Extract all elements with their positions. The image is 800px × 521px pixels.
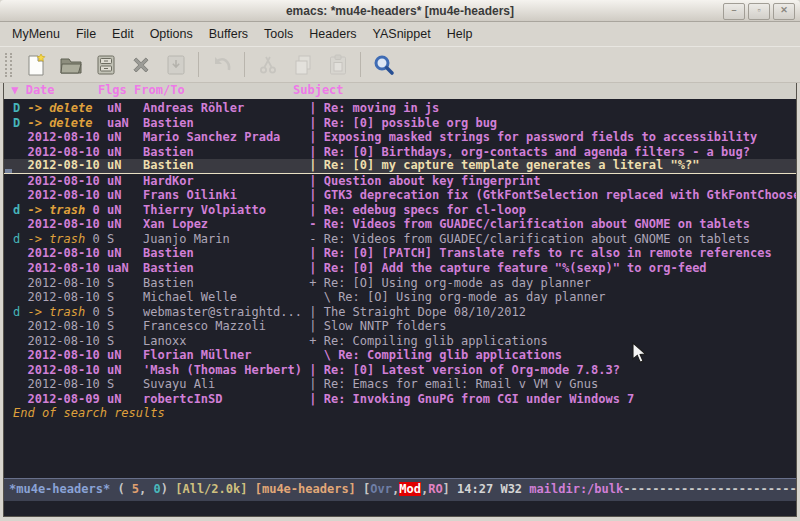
date-cell: 2012-08-10 [27, 174, 106, 188]
mark-cell: d [13, 203, 27, 217]
subject-cell: | Re: moving in js [309, 101, 439, 115]
modeline-dash: ----------------------------------------… [623, 482, 796, 496]
message-row[interactable]: 2012-08-10 uN Bastien | Re: [0] my captu… [4, 159, 796, 174]
maximize-button[interactable]: ▫ [748, 3, 770, 20]
flags-cell: S [107, 290, 143, 304]
mark-cell: D [13, 101, 27, 115]
message-row[interactable]: 2012-08-10 S Lanoxx + Re: Compiling glib… [4, 334, 796, 349]
message-row[interactable]: 2012-08-10 uaN Bastien | Re: [0] Add the… [4, 261, 796, 276]
from-cell: Xan Lopez [143, 217, 309, 231]
save-button[interactable] [90, 51, 121, 79]
toolbar-separator [198, 52, 199, 77]
subject-cell: | GTK3 deprecation fix (GtkFontSelection… [309, 188, 796, 202]
new-file-button[interactable] [20, 51, 51, 79]
date-cell: 2012-08-10 [27, 246, 106, 260]
menu-item-file[interactable]: File [68, 24, 104, 44]
message-row[interactable]: d -> trash 0 S webmaster@straightd... | … [4, 305, 796, 320]
message-row[interactable]: 2012-08-10 uN Frans Oilinki | GTK3 depre… [4, 188, 796, 203]
flags-cell: uN [107, 246, 143, 260]
date-cell: 2012-08-10 [27, 290, 106, 304]
date-cell: 2012-08-09 [27, 392, 106, 406]
message-row[interactable]: 2012-08-10 S Bastien + Re: [O] Using org… [4, 276, 796, 291]
action-cell: -> delete [27, 101, 92, 115]
window-title: emacs: *mu4e-headers* [mu4e-headers] [286, 4, 514, 18]
message-row[interactable]: 2012-08-10 uN Mario Sanchez Prada | Expo… [4, 130, 796, 145]
menu-item-help[interactable]: Help [439, 24, 481, 44]
message-row[interactable]: 2012-08-10 S Suvayu Ali | Re: Emacs for … [4, 377, 796, 392]
flags-cell: uN [107, 130, 143, 144]
modeline-pn: ] [443, 482, 457, 496]
menu-item-tools[interactable]: Tools [256, 24, 301, 44]
message-row[interactable]: 2012-08-10 uN Xan Lopez - Re: Videos fro… [4, 217, 796, 232]
menubar: MyMenuFileEditOptionsBuffersToolsHeaders… [0, 22, 800, 46]
from-cell: HardKor [143, 174, 309, 188]
subject-cell: | Slow NNTP folders [309, 319, 446, 333]
menu-item-edit[interactable]: Edit [104, 24, 142, 44]
menu-item-yasnippet[interactable]: YASnippet [365, 24, 439, 44]
flags-cell: uaN [107, 116, 143, 130]
flags-cell: uN [107, 392, 143, 406]
flags-cell: uN [107, 217, 143, 231]
message-row[interactable]: 2012-08-10 uN Bastien | Re: [0] [PATCH] … [4, 246, 796, 261]
minimize-button[interactable]: – [723, 3, 745, 20]
echo-area [4, 501, 796, 516]
message-row[interactable]: 2012-08-10 uN 'Mash (Thomas Herbert) | R… [4, 363, 796, 378]
copy-button [287, 51, 318, 79]
subject-cell: | Re: [0] Birthdays, org-contacts and ag… [309, 145, 750, 159]
message-row[interactable]: d -> trash 0 uN Thierry Volpiatto | Re: … [4, 203, 796, 218]
subject-cell: + Re: Compiling glib applications [309, 334, 547, 348]
from-cell: Thierry Volpiatto [143, 203, 309, 217]
from-cell: Bastien [143, 158, 309, 172]
action-cell: -> trash [27, 232, 85, 246]
message-row[interactable]: 2012-08-09 uN robertcInSD | Re: Invoking… [4, 392, 796, 407]
modeline-cl: 0 [154, 482, 161, 496]
search-button[interactable] [368, 51, 399, 79]
date-cell: 2012-08-10 [27, 363, 106, 377]
message-row[interactable]: D -> delete uaN Bastien | Re: [0] possib… [4, 116, 796, 131]
from-cell: Andreas Röhler [143, 101, 309, 115]
window-controls: –▫✕ [723, 3, 795, 20]
flags-cell: uN [107, 101, 143, 115]
date-cell: 2012-08-10 [27, 217, 106, 231]
date-cell: 2012-08-10 [27, 348, 106, 362]
action-cell: -> delete [27, 116, 92, 130]
message-row[interactable]: d -> trash 0 S Juanjo Marin - Re: Videos… [4, 232, 796, 247]
date-cell: 2012-08-10 [27, 145, 106, 159]
modeline-pn: ) [161, 482, 175, 496]
date-cell: 2012-08-10 [27, 188, 106, 202]
mark-cell: d [13, 305, 27, 319]
undo-button [206, 51, 237, 79]
flags-cell: S [107, 276, 143, 290]
menu-item-headers[interactable]: Headers [301, 24, 364, 44]
message-row[interactable]: 2012-08-10 S Michael Welle \ Re: [O] Usi… [4, 290, 796, 305]
close-button[interactable]: ✕ [773, 3, 795, 20]
from-cell: Mario Sanchez Prada [143, 130, 309, 144]
message-row[interactable]: 2012-08-10 uN Florian Müllner \ Re: Comp… [4, 348, 796, 363]
cut-button [252, 51, 283, 79]
from-cell: Florian Müllner [143, 348, 309, 362]
modeline-pn [247, 482, 254, 496]
close-buffer-button[interactable] [125, 51, 156, 79]
modeline-mod: [mu4e-headers] [255, 482, 356, 496]
from-cell: Michael Welle [143, 290, 309, 304]
menu-item-buffers[interactable]: Buffers [201, 24, 256, 44]
message-row[interactable]: D -> delete uN Andreas Röhler | Re: movi… [4, 101, 796, 116]
open-folder-button[interactable] [55, 51, 86, 79]
flags-cell: S [107, 305, 143, 319]
modeline-siz: [All/2.0k] [175, 482, 247, 496]
message-row[interactable]: 2012-08-10 uN Bastien | Re: [0] Birthday… [4, 145, 796, 160]
menu-item-mymenu[interactable]: MyMenu [4, 24, 68, 44]
modeline-ro: RO [428, 482, 442, 496]
modeline-ovr: Ovr [370, 482, 392, 496]
current-line-fringe-marker [5, 169, 12, 173]
subject-cell: | Exposing masked strings for password f… [309, 130, 757, 144]
menu-item-options[interactable]: Options [142, 24, 201, 44]
modeline-ln: 5 [132, 482, 139, 496]
toolbar-drag-handle[interactable] [5, 53, 12, 77]
action-cell: -> trash [27, 203, 85, 217]
flags-cell: S [107, 319, 143, 333]
message-row[interactable]: 2012-08-10 S Francesco Mazzoli | Slow NN… [4, 319, 796, 334]
message-row[interactable]: 2012-08-10 uN HardKor | Question about k… [4, 174, 796, 189]
modeline-chg: Mod [399, 482, 421, 496]
flags-cell: uN [107, 158, 143, 172]
